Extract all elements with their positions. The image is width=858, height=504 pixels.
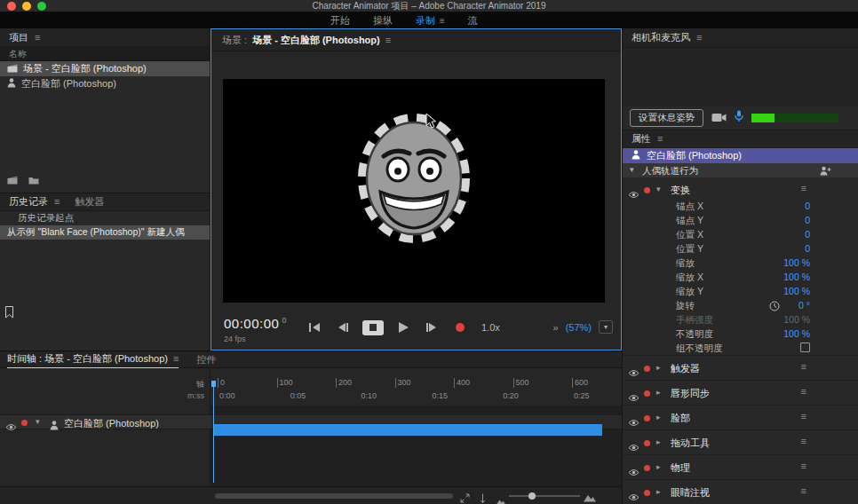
canvas-zoom-level[interactable]: (57%) [566, 322, 592, 333]
tab-history[interactable]: 历史记录 [9, 195, 48, 209]
param-value[interactable]: 0 [805, 201, 810, 211]
workspace-tab-rig[interactable]: 操纵 [373, 14, 393, 28]
workspace-tab-stream[interactable]: 流 [468, 14, 478, 28]
chevron-right-icon[interactable]: ▸ [656, 437, 661, 446]
eye-icon[interactable] [628, 464, 640, 480]
eye-icon[interactable] [628, 390, 640, 406]
project-panel-menu-icon[interactable]: ≡ [35, 33, 40, 43]
double-chevron-icon[interactable]: » [553, 322, 559, 333]
timeline-menu-icon[interactable]: ≡ [173, 354, 179, 364]
chevron-right-icon[interactable]: ▸ [656, 413, 661, 421]
behavior-row[interactable]: ▸ 脸部 ≡ [623, 405, 858, 429]
timeline-track-header[interactable]: ▾ 空白脸部 (Photoshop) [0, 414, 211, 429]
record-enable-dot[interactable] [21, 420, 28, 426]
param-value[interactable]: 0 ° [798, 300, 810, 311]
param-value[interactable]: 100 % [783, 286, 810, 296]
chevron-down-icon[interactable]: ▾ [36, 417, 40, 426]
timeline-take-bar[interactable] [213, 424, 602, 436]
scene-canvas[interactable] [223, 79, 605, 303]
new-folder-icon[interactable] [28, 172, 39, 188]
param-value[interactable]: 0 [805, 243, 810, 254]
history-item-start[interactable]: 历史记录起点 [0, 211, 210, 225]
properties-menu-icon[interactable]: ≡ [657, 134, 663, 144]
microphone-icon[interactable] [735, 110, 743, 126]
param-checkbox[interactable] [800, 343, 810, 352]
stop-button[interactable] [362, 320, 384, 335]
zoom-dropdown[interactable]: ▾ [599, 320, 613, 334]
step-back-button[interactable] [334, 319, 352, 335]
zoom-slider-handle[interactable] [528, 492, 536, 500]
zoom-slider-track[interactable] [509, 495, 580, 497]
zoom-in-icon[interactable] [584, 490, 596, 504]
behavior-menu-icon[interactable]: ≡ [801, 461, 806, 471]
chevron-right-icon[interactable]: ▸ [656, 388, 661, 397]
param-value[interactable]: 100 % [783, 314, 810, 325]
track-behaviors-group-row[interactable]: ▾ 人偶轨道行为 [623, 163, 858, 177]
param-value[interactable]: 100 % [783, 328, 810, 339]
chevron-right-icon[interactable]: ▸ [656, 462, 661, 471]
transform-behavior-row[interactable]: ▾ 变换 ≡ [623, 181, 858, 199]
go-to-start-button[interactable] [306, 319, 323, 335]
play-button[interactable] [394, 319, 412, 335]
eye-icon[interactable] [628, 489, 640, 504]
behavior-menu-icon[interactable]: ≡ [801, 486, 806, 496]
record-enable-dot[interactable] [644, 490, 650, 496]
record-button[interactable] [451, 319, 469, 335]
record-enable-dot[interactable] [644, 390, 650, 397]
behavior-menu-icon[interactable]: ≡ [801, 362, 806, 372]
behavior-row[interactable]: ▸ 触发器 ≡ [623, 355, 858, 380]
tab-triggers[interactable]: 触发器 [75, 195, 104, 209]
add-behavior-icon[interactable] [820, 166, 831, 177]
record-enable-dot[interactable] [644, 366, 650, 372]
workspace-tab-start[interactable]: 开始 [330, 14, 350, 28]
record-enable-dot[interactable] [644, 187, 650, 193]
record-enable-dot[interactable] [644, 440, 650, 446]
tab-controls[interactable]: 控件 [196, 353, 216, 366]
tab-timeline[interactable]: 时间轴 : 场景 - 空白脸部 (Photoshop)≡ [7, 351, 179, 368]
timeline-ruler[interactable]: 01002003004005006000:000:050:100:150:200… [211, 368, 622, 407]
behavior-row[interactable]: ▸ 物理 ≡ [623, 454, 858, 479]
snap-playhead-icon[interactable] [478, 491, 488, 504]
timeline-lane[interactable] [211, 407, 622, 486]
scene-panel-menu-icon[interactable]: ≡ [385, 35, 391, 45]
behavior-menu-icon[interactable]: ≡ [801, 437, 806, 446]
project-name-column-header[interactable]: 名称 [0, 47, 210, 61]
project-item-puppet[interactable]: 空白脸部 (Photoshop) [0, 76, 210, 91]
puppet-face[interactable] [343, 103, 485, 254]
fit-to-view-icon[interactable] [460, 491, 470, 504]
eye-icon[interactable] [628, 439, 640, 455]
camera-icon[interactable] [711, 110, 727, 126]
camera-mic-menu-icon[interactable]: ≡ [696, 33, 702, 43]
zoom-out-icon[interactable] [497, 492, 505, 504]
set-rest-pose-button[interactable]: 设置休息姿势 [630, 109, 703, 127]
chevron-right-icon[interactable]: ▸ [656, 363, 661, 372]
workspace-menu-icon[interactable]: ≡ [440, 16, 445, 26]
chevron-right-icon[interactable]: ▸ [656, 487, 661, 496]
eye-icon[interactable] [628, 365, 640, 381]
chevron-down-icon[interactable]: ▾ [630, 165, 634, 174]
param-value[interactable]: 0 [805, 229, 810, 240]
behavior-menu-icon[interactable]: ≡ [801, 387, 806, 397]
playback-speed[interactable]: 1.0x [481, 322, 500, 333]
workspace-tab-record[interactable]: 录制≡ [416, 14, 445, 28]
param-value[interactable]: 100 % [783, 257, 810, 268]
chevron-down-icon[interactable]: ▾ [656, 185, 661, 193]
eye-icon[interactable] [5, 419, 17, 435]
behavior-row[interactable]: ▸ 眼睛注视 ≡ [623, 479, 858, 504]
horizontal-scrollbar[interactable] [215, 493, 453, 499]
eye-icon[interactable] [628, 414, 640, 430]
project-item-scene[interactable]: 场景 - 空白脸部 (Photoshop) [0, 61, 210, 76]
selected-puppet-row[interactable]: 空白脸部 (Photoshop) [623, 148, 858, 163]
behavior-row[interactable]: ▸ 唇形同步 ≡ [623, 380, 858, 405]
record-enable-dot[interactable] [644, 415, 650, 421]
timeline-track-lane[interactable] [211, 414, 622, 429]
behavior-row[interactable]: ▸ 拖动工具 ≡ [623, 429, 858, 454]
record-enable-dot[interactable] [644, 465, 650, 471]
behavior-menu-icon[interactable]: ≡ [801, 184, 806, 193]
step-forward-button[interactable] [423, 319, 441, 335]
behavior-menu-icon[interactable]: ≡ [801, 412, 806, 421]
param-value[interactable]: 100 % [783, 272, 810, 282]
history-item-new-puppet[interactable]: 从示例 "Blank Face (Photoshop)" 新建人偶 [0, 225, 210, 240]
history-panel-menu-icon[interactable]: ≡ [54, 197, 60, 207]
new-scene-icon[interactable] [7, 172, 18, 188]
